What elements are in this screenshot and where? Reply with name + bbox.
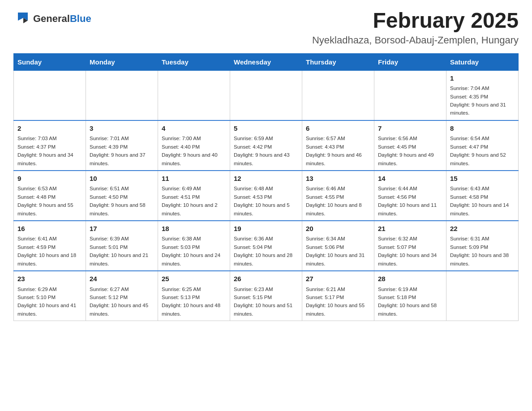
calendar-cell [86,70,158,120]
svg-marker-1 [18,13,28,21]
calendar-cell: 23Sunrise: 6:29 AMSunset: 5:10 PMDayligh… [14,271,86,321]
day-info: Sunrise: 6:29 AMSunset: 5:10 PMDaylight:… [17,287,76,317]
title-section: February 2025 Nyekladhaza, Borsod-Abauj-… [312,9,519,46]
day-number: 6 [306,124,370,134]
day-info: Sunrise: 6:57 AMSunset: 4:43 PMDaylight:… [306,136,362,166]
calendar-cell: 18Sunrise: 6:38 AMSunset: 5:03 PMDayligh… [158,221,230,271]
month-title: February 2025 [312,9,519,33]
week-row-3: 9Sunrise: 6:53 AMSunset: 4:48 PMDaylight… [14,171,519,221]
day-info: Sunrise: 6:23 AMSunset: 5:15 PMDaylight:… [234,287,292,317]
day-info: Sunrise: 7:04 AMSunset: 4:35 PMDaylight:… [450,86,506,116]
day-number: 9 [17,174,82,184]
calendar-cell [230,70,302,120]
day-number: 12 [234,174,298,184]
day-info: Sunrise: 6:21 AMSunset: 5:17 PMDaylight:… [306,287,365,317]
calendar-cell: 8Sunrise: 6:54 AMSunset: 4:47 PMDaylight… [446,120,519,171]
day-info: Sunrise: 6:36 AMSunset: 5:04 PMDaylight:… [234,236,292,266]
day-info: Sunrise: 6:59 AMSunset: 4:42 PMDaylight:… [234,136,290,166]
calendar-cell: 5Sunrise: 6:59 AMSunset: 4:42 PMDaylight… [230,120,302,171]
calendar-cell: 17Sunrise: 6:39 AMSunset: 5:01 PMDayligh… [86,221,158,271]
calendar-cell [158,70,230,120]
day-number: 1 [450,73,515,84]
day-info: Sunrise: 6:43 AMSunset: 4:58 PMDaylight:… [450,186,509,216]
day-number: 18 [162,224,226,234]
calendar-cell: 24Sunrise: 6:27 AMSunset: 5:12 PMDayligh… [86,271,158,321]
day-info: Sunrise: 6:27 AMSunset: 5:12 PMDaylight:… [90,287,148,317]
day-info: Sunrise: 6:34 AMSunset: 5:06 PMDaylight:… [306,236,365,266]
calendar-cell: 22Sunrise: 6:31 AMSunset: 5:09 PMDayligh… [446,221,519,271]
day-number: 26 [234,274,298,284]
calendar-cell [446,271,519,321]
calendar-cell: 20Sunrise: 6:34 AMSunset: 5:06 PMDayligh… [302,221,374,271]
logo-icon [13,9,33,29]
calendar-cell: 10Sunrise: 6:51 AMSunset: 4:50 PMDayligh… [86,171,158,221]
calendar-cell: 14Sunrise: 6:44 AMSunset: 4:56 PMDayligh… [374,171,446,221]
day-info: Sunrise: 7:01 AMSunset: 4:39 PMDaylight:… [90,136,146,166]
day-info: Sunrise: 7:00 AMSunset: 4:40 PMDaylight:… [162,136,218,166]
day-number: 25 [162,274,226,284]
calendar-cell: 1Sunrise: 7:04 AMSunset: 4:35 PMDaylight… [446,70,519,120]
day-number: 15 [450,174,515,184]
day-info: Sunrise: 6:46 AMSunset: 4:55 PMDaylight:… [306,186,362,216]
week-row-5: 23Sunrise: 6:29 AMSunset: 5:10 PMDayligh… [14,271,519,321]
day-info: Sunrise: 6:32 AMSunset: 5:07 PMDaylight:… [378,236,437,266]
day-info: Sunrise: 6:53 AMSunset: 4:48 PMDaylight:… [17,186,73,216]
day-info: Sunrise: 6:54 AMSunset: 4:47 PMDaylight:… [450,136,506,166]
day-info: Sunrise: 6:49 AMSunset: 4:51 PMDaylight:… [162,186,218,216]
calendar-cell: 27Sunrise: 6:21 AMSunset: 5:17 PMDayligh… [302,271,374,321]
logo-general-text: General [33,13,70,24]
day-header-wednesday: Wednesday [230,53,302,70]
day-number: 23 [17,274,82,284]
day-info: Sunrise: 6:25 AMSunset: 5:13 PMDaylight:… [162,287,220,317]
calendar-cell: 11Sunrise: 6:49 AMSunset: 4:51 PMDayligh… [158,171,230,221]
day-header-monday: Monday [86,53,158,70]
day-number: 11 [162,174,226,184]
week-row-4: 16Sunrise: 6:41 AMSunset: 4:59 PMDayligh… [14,221,519,271]
day-info: Sunrise: 6:56 AMSunset: 4:45 PMDaylight:… [378,136,434,166]
day-number: 22 [450,224,515,234]
day-info: Sunrise: 7:03 AMSunset: 4:37 PMDaylight:… [17,136,73,166]
day-info: Sunrise: 6:41 AMSunset: 4:59 PMDaylight:… [17,236,76,266]
day-number: 17 [90,224,154,234]
calendar-cell: 2Sunrise: 7:03 AMSunset: 4:37 PMDaylight… [14,120,86,171]
calendar-cell: 16Sunrise: 6:41 AMSunset: 4:59 PMDayligh… [14,221,86,271]
day-number: 14 [378,174,442,184]
day-number: 7 [378,124,442,134]
day-number: 16 [17,224,82,234]
day-number: 27 [306,274,370,284]
calendar-cell: 21Sunrise: 6:32 AMSunset: 5:07 PMDayligh… [374,221,446,271]
day-number: 24 [90,274,154,284]
day-info: Sunrise: 6:48 AMSunset: 4:53 PMDaylight:… [234,186,290,216]
day-number: 8 [450,124,515,134]
days-of-week-row: SundayMondayTuesdayWednesdayThursdayFrid… [14,53,519,70]
calendar-cell: 4Sunrise: 7:00 AMSunset: 4:40 PMDaylight… [158,120,230,171]
day-info: Sunrise: 6:31 AMSunset: 5:09 PMDaylight:… [450,236,509,266]
calendar-cell: 19Sunrise: 6:36 AMSunset: 5:04 PMDayligh… [230,221,302,271]
day-header-thursday: Thursday [302,53,374,70]
calendar-header: SundayMondayTuesdayWednesdayThursdayFrid… [14,53,519,70]
day-number: 2 [17,124,82,134]
calendar-cell: 26Sunrise: 6:23 AMSunset: 5:15 PMDayligh… [230,271,302,321]
day-number: 13 [306,174,370,184]
day-number: 28 [378,274,442,284]
day-info: Sunrise: 6:19 AMSunset: 5:18 PMDaylight:… [378,287,437,317]
day-header-friday: Friday [374,53,446,70]
calendar-cell: 15Sunrise: 6:43 AMSunset: 4:58 PMDayligh… [446,171,519,221]
day-number: 3 [90,124,154,134]
calendar-cell: 12Sunrise: 6:48 AMSunset: 4:53 PMDayligh… [230,171,302,221]
day-number: 20 [306,224,370,234]
location-subtitle: Nyekladhaza, Borsod-Abauj-Zemplen, Hunga… [312,34,519,46]
calendar-cell: 9Sunrise: 6:53 AMSunset: 4:48 PMDaylight… [14,171,86,221]
day-info: Sunrise: 6:44 AMSunset: 4:56 PMDaylight:… [378,186,437,216]
day-header-sunday: Sunday [14,53,86,70]
calendar-cell: 28Sunrise: 6:19 AMSunset: 5:18 PMDayligh… [374,271,446,321]
calendar-cell: 7Sunrise: 6:56 AMSunset: 4:45 PMDaylight… [374,120,446,171]
calendar-cell [374,70,446,120]
calendar-cell: 13Sunrise: 6:46 AMSunset: 4:55 PMDayligh… [302,171,374,221]
calendar-cell: 6Sunrise: 6:57 AMSunset: 4:43 PMDaylight… [302,120,374,171]
day-info: Sunrise: 6:39 AMSunset: 5:01 PMDaylight:… [90,236,148,266]
week-row-1: 1Sunrise: 7:04 AMSunset: 4:35 PMDaylight… [14,70,519,120]
logo: GeneralBlue [13,9,91,29]
day-number: 10 [90,174,154,184]
day-info: Sunrise: 6:38 AMSunset: 5:03 PMDaylight:… [162,236,220,266]
